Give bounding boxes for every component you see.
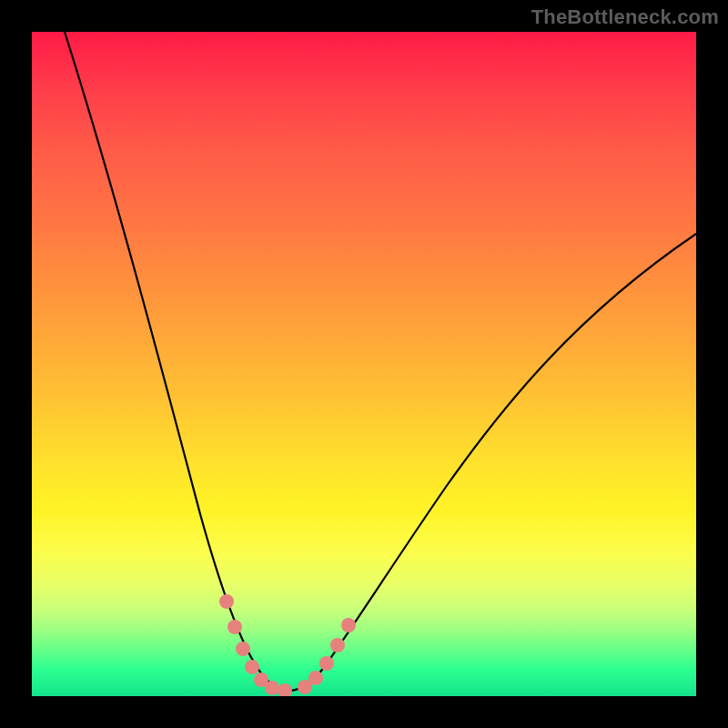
svg-point-8 [308,671,323,685]
watermark-label: TheBottleneck.com [531,5,719,29]
svg-point-0 [219,594,234,609]
svg-point-2 [236,642,250,656]
svg-point-10 [330,638,345,652]
plot-area [32,32,696,696]
svg-point-5 [265,681,279,695]
svg-point-3 [245,660,259,674]
svg-point-9 [319,656,334,671]
chart-frame: TheBottleneck.com [0,0,728,728]
curve-path [65,32,696,691]
svg-point-6 [278,683,292,696]
bottleneck-curve [32,32,696,696]
svg-point-1 [228,620,242,634]
svg-point-11 [341,618,356,632]
right-well-markers [298,618,356,694]
